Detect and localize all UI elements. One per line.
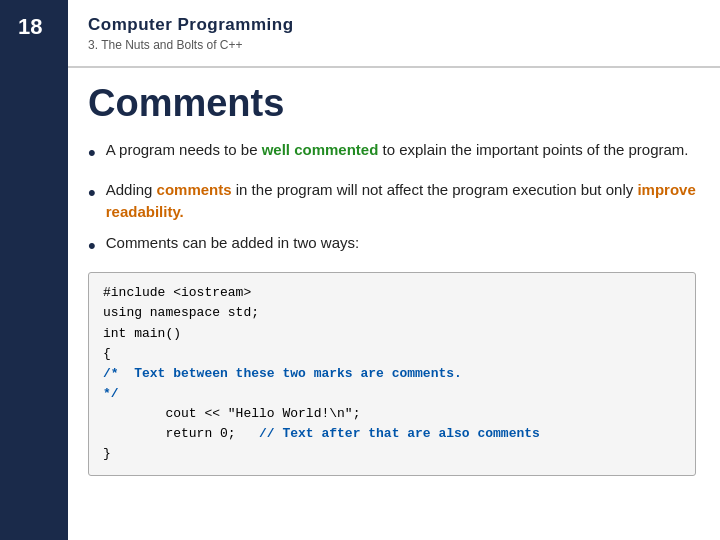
header-subtitle: 3. The Nuts and Bolts of C++ [88, 38, 720, 52]
code-block: #include <iostream> using namespace std;… [88, 272, 696, 475]
list-item: • A program needs to be well commented t… [88, 139, 696, 169]
list-item: • Adding comments in the program will no… [88, 179, 696, 223]
section-title: Comments [88, 82, 696, 125]
list-item: • Comments can be added in two ways: [88, 232, 696, 262]
code-line-1: #include <iostream> [103, 285, 251, 300]
highlight-well-commented: well commented [262, 141, 379, 158]
slide: 18 Computer Programming 3. The Nuts and … [0, 0, 720, 540]
bullet-text-2: Adding comments in the program will not … [106, 179, 696, 223]
code-line-9: } [103, 446, 111, 461]
bullet-list: • A program needs to be well commented t… [88, 139, 696, 262]
code-line-3: int main() [103, 326, 181, 341]
header-title: Computer Programming [88, 15, 720, 35]
bullet-dot-icon: • [88, 177, 96, 209]
sidebar: 18 [0, 0, 68, 540]
code-line-8: return 0; // Text after that are also co… [103, 426, 540, 441]
code-line-2: using namespace std; [103, 305, 259, 320]
code-line-7: cout << "Hello World!\n"; [103, 406, 360, 421]
slide-number: 18 [18, 14, 42, 40]
bullet-dot-icon: • [88, 137, 96, 169]
code-inline-comment: // Text after that are also comments [259, 426, 540, 441]
bullet-text-1: A program needs to be well commented to … [106, 139, 689, 161]
bullet-dot-icon: • [88, 230, 96, 262]
code-line-4: { [103, 346, 111, 361]
code-line-6: */ [103, 386, 119, 401]
highlight-comments: comments [157, 181, 232, 198]
code-line-5: /* Text between these two marks are comm… [103, 366, 462, 381]
bullet-text-3: Comments can be added in two ways: [106, 232, 359, 254]
header: Computer Programming 3. The Nuts and Bol… [68, 0, 720, 68]
main-content: Comments • A program needs to be well co… [68, 68, 720, 540]
